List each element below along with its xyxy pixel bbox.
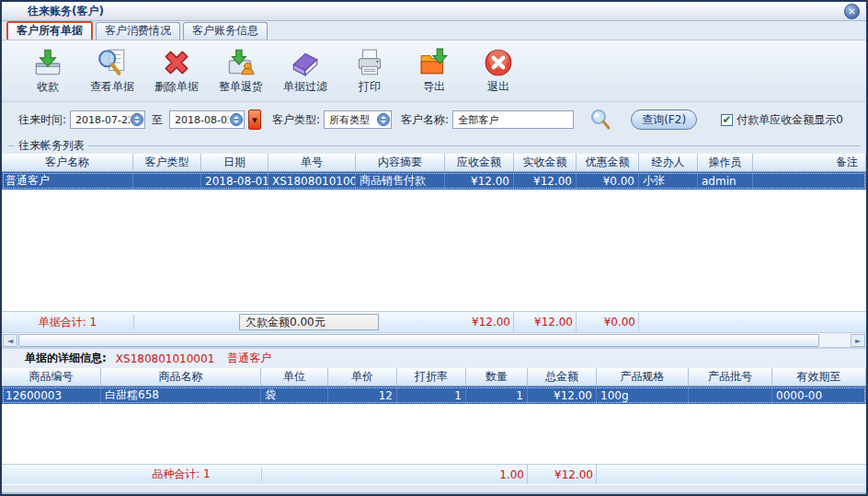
search-icon[interactable] bbox=[588, 108, 612, 132]
toolbar-label: 打印 bbox=[359, 79, 381, 95]
date-dropdown-button[interactable]: ▼ bbox=[248, 110, 261, 130]
cell-product-code: 12600003 bbox=[2, 386, 101, 404]
scroll-right-button[interactable]: ► bbox=[851, 334, 865, 347]
header-cell[interactable]: 有效期至 bbox=[772, 368, 866, 386]
toolbar-label: 查看单据 bbox=[90, 79, 134, 95]
toolbar-label: 退出 bbox=[487, 79, 509, 95]
toolbar-label: 单据过滤 bbox=[283, 79, 327, 95]
header-cell[interactable]: 客户名称 bbox=[2, 154, 133, 171]
customer-type-spinner-icon[interactable] bbox=[377, 113, 390, 126]
checkbox-label: 付款单应收金额显示0 bbox=[737, 112, 843, 128]
header-cell[interactable]: 总金额 bbox=[528, 368, 597, 386]
print-icon bbox=[354, 47, 385, 78]
detail-table-row[interactable]: 12600003 白甜糯658 袋 12 1 1 ¥12.00 100g 000… bbox=[2, 386, 866, 404]
cell-operator: admin bbox=[698, 172, 753, 190]
bills-summary: 单据合计: 1 欠款金额0.00元 ¥12.00 ¥12.00 ¥0.00 bbox=[2, 311, 866, 332]
detail-table-header: 商品编号 商品名称 单位 单价 打折率 数量 总金额 产品规格 产品批号 有效期… bbox=[2, 368, 866, 386]
header-cell[interactable]: 备注 bbox=[753, 154, 866, 171]
toolbar-label: 整单退货 bbox=[219, 79, 263, 95]
bills-table-row[interactable]: 普通客户 2018-08-01 XS180801010001 商品销售付款 ¥1… bbox=[2, 172, 866, 190]
cell-total-amount: ¥12.00 bbox=[528, 386, 597, 404]
header-cell[interactable]: 实收金额 bbox=[514, 154, 577, 171]
export-button[interactable]: 导出 bbox=[402, 43, 466, 98]
date-from-spinner-icon[interactable] bbox=[131, 113, 143, 126]
filter-bar: 往来时间: 至 ▼ 客户类型: 客户名称: bbox=[2, 102, 866, 137]
detail-title: 单据的详细信息: bbox=[25, 351, 107, 366]
receive-payment-icon bbox=[32, 47, 63, 78]
cell-batch-no bbox=[689, 386, 772, 404]
group-border-line bbox=[7, 145, 861, 146]
cell-receivable: ¥12.00 bbox=[445, 172, 514, 190]
variety-count: 品种合计: 1 bbox=[101, 465, 261, 484]
header-cell[interactable]: 客户类型 bbox=[133, 154, 201, 171]
qty-total: 1.00 bbox=[466, 465, 528, 484]
toolbar-label: 收款 bbox=[37, 79, 59, 95]
checkbox-check-icon: ✔ bbox=[721, 114, 733, 126]
tab-all-bills[interactable]: 客户所有单据 bbox=[6, 21, 93, 40]
cell-customer-name: 普通客户 bbox=[2, 172, 133, 190]
delete-bill-button[interactable]: 删除单据 bbox=[144, 43, 209, 98]
detail-header: 单据的详细信息: XS180801010001 普通客户 bbox=[2, 348, 866, 368]
exit-icon bbox=[483, 47, 514, 78]
scroll-left-button[interactable]: ◄ bbox=[3, 334, 17, 347]
header-cell[interactable]: 产品规格 bbox=[597, 368, 689, 386]
cell-bill-no: XS180801010001 bbox=[268, 172, 356, 190]
header-cell[interactable]: 单价 bbox=[328, 368, 397, 386]
detail-bill-no: XS180801010001 bbox=[116, 352, 214, 365]
filter-bill-icon bbox=[290, 47, 321, 78]
header-cell[interactable]: 商品编号 bbox=[2, 368, 101, 386]
return-goods-button[interactable]: 整单退货 bbox=[209, 43, 273, 98]
customer-name-label: 客户名称: bbox=[401, 112, 449, 128]
header-cell[interactable]: 内容摘要 bbox=[356, 154, 445, 171]
receivable-total: ¥12.00 bbox=[445, 312, 514, 332]
header-cell[interactable]: 日期 bbox=[201, 154, 268, 171]
detail-table-body bbox=[2, 404, 866, 464]
delete-bill-icon bbox=[161, 47, 192, 78]
titlebar: 往来账务(客户) ✕ bbox=[2, 2, 866, 21]
close-button[interactable]: ✕ bbox=[844, 4, 860, 19]
cell-remark bbox=[753, 172, 866, 190]
cell-customer-type bbox=[133, 172, 201, 190]
header-cell[interactable]: 应收金额 bbox=[445, 154, 514, 171]
app-window: 往来账务(客户) ✕ 客户所有单据 客户消费情况 客户账务信息 收款 bbox=[0, 0, 868, 496]
cell-discount-rate: 1 bbox=[397, 386, 466, 404]
date-range-label: 往来时间: bbox=[18, 112, 66, 128]
cell-unit-price: 12 bbox=[328, 386, 397, 404]
window-title: 往来账务(客户) bbox=[28, 4, 104, 19]
cell-summary: 商品销售付款 bbox=[356, 172, 445, 190]
tab-bar: 客户所有单据 客户消费情况 客户账务信息 bbox=[2, 21, 866, 40]
cell-handler: 小张 bbox=[639, 172, 698, 190]
bills-count: 单据合计: 1 bbox=[2, 312, 133, 332]
tab-consumption[interactable]: 客户消费情况 bbox=[96, 22, 180, 40]
header-cell[interactable]: 优惠金额 bbox=[577, 154, 639, 171]
header-cell[interactable]: 单号 bbox=[268, 154, 356, 171]
cell-discount: ¥0.00 bbox=[577, 172, 639, 190]
h-scrollbar[interactable]: ◄ ► bbox=[2, 332, 866, 348]
scroll-thumb[interactable] bbox=[18, 334, 819, 347]
bills-table-header: 客户名称 客户类型 日期 单号 内容摘要 应收金额 实收金额 优惠金额 经办人 … bbox=[2, 154, 866, 172]
header-cell[interactable]: 数量 bbox=[466, 368, 528, 386]
receive-payment-button[interactable]: 收款 bbox=[16, 43, 80, 98]
header-cell[interactable]: 单位 bbox=[261, 368, 328, 386]
view-bill-button[interactable]: 查看单据 bbox=[80, 43, 144, 98]
filter-bill-button[interactable]: 单据过滤 bbox=[273, 43, 337, 98]
exit-button[interactable]: 退出 bbox=[466, 43, 531, 98]
header-cell[interactable]: 打折率 bbox=[397, 368, 466, 386]
toolbar-label: 导出 bbox=[423, 79, 445, 95]
query-button[interactable]: 查询(F2) bbox=[631, 110, 697, 130]
cell-quantity: 1 bbox=[466, 386, 528, 404]
date-to-spinner-icon[interactable] bbox=[230, 113, 243, 126]
customer-name-input[interactable] bbox=[452, 110, 574, 129]
received-total: ¥12.00 bbox=[514, 312, 577, 332]
toolbar: 收款 查看单据 删除单据 bbox=[2, 40, 866, 102]
header-cell[interactable]: 商品名称 bbox=[101, 368, 261, 386]
detail-summary: 品种合计: 1 1.00 ¥12.00 bbox=[2, 464, 866, 484]
print-button[interactable]: 打印 bbox=[337, 43, 402, 98]
header-cell[interactable]: 产品批号 bbox=[689, 368, 772, 386]
tab-account-info[interactable]: 客户账务信息 bbox=[183, 22, 268, 40]
header-cell[interactable]: 经办人 bbox=[639, 154, 698, 171]
header-cell[interactable]: 操作员 bbox=[698, 154, 753, 171]
chevron-down-icon: ▼ bbox=[252, 117, 257, 124]
cell-date: 2018-08-01 bbox=[201, 172, 268, 190]
payment-display-checkbox[interactable]: ✔ 付款单应收金额显示0 bbox=[721, 112, 843, 128]
